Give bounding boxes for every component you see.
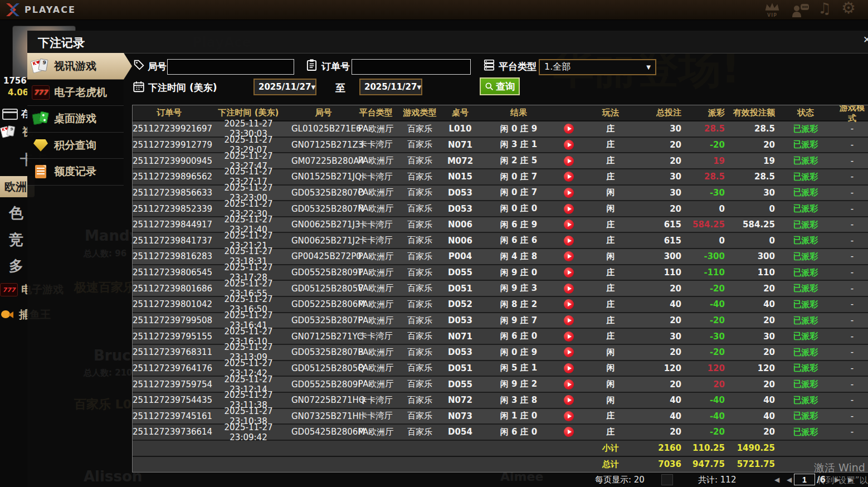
cell-round-number: GD05325B2807B <box>291 347 355 357</box>
cell-play-method: 闲 <box>577 203 644 214</box>
play-video-icon[interactable] <box>564 363 574 373</box>
cell-game-type: 百家乐 <box>396 124 443 134</box>
play-video-icon[interactable] <box>564 395 574 405</box>
cell-result: 闲 8 庄 2 <box>477 299 560 310</box>
cell-round-number: GD05325B2807F <box>291 315 355 325</box>
play-video-icon[interactable] <box>564 236 574 246</box>
cell-table-number: D051 <box>443 284 477 294</box>
cell-table-number: D055 <box>443 379 477 389</box>
date-from-picker[interactable]: 2025/11/27 ▼ <box>253 79 316 95</box>
playace-logo-icon <box>4 2 21 17</box>
date-to-picker[interactable]: 2025/11/27 ▼ <box>359 79 422 95</box>
play-video-icon[interactable] <box>564 427 574 437</box>
play-video-icon[interactable] <box>564 140 574 150</box>
cell-order-number: 251127239764176 <box>133 363 206 373</box>
tab-quota-records[interactable]: 额度记录 <box>27 159 124 186</box>
cell-table-number: P004 <box>443 251 477 261</box>
cell-valid-bet: 0 <box>725 204 775 214</box>
cell-status: 已派彩 <box>775 267 836 278</box>
cell-total-bet: 40 <box>644 411 681 421</box>
cell-result: 闲 0 庄 7 <box>477 187 560 198</box>
order-number-input[interactable] <box>352 59 471 75</box>
tab-table-games[interactable]: 桌面游戏 <box>27 106 124 133</box>
music-icon[interactable]: ♫ <box>818 0 831 17</box>
cell-order-number: 251127239844917 <box>133 220 206 230</box>
cell-payout: 120 <box>681 363 725 373</box>
cell-game-mode: - <box>836 251 868 261</box>
play-video-icon[interactable] <box>564 411 574 421</box>
balance-money: 4.06 <box>8 87 28 98</box>
tab-points-query[interactable]: 积分查询 <box>27 133 124 159</box>
cell-table-number: D053 <box>443 315 477 325</box>
cell-result: 闲 6 庄 0 <box>477 427 560 437</box>
cell-result: 闲 5 庄 1 <box>477 363 560 373</box>
order-number-label: 订单号 <box>321 60 350 73</box>
cell-game-type: 百家乐 <box>396 187 443 198</box>
platform-icon <box>483 59 495 71</box>
total-bet: 7036 <box>644 459 681 469</box>
cell-valid-bet: 20 <box>725 315 775 325</box>
clipboard-icon <box>306 59 318 71</box>
close-icon[interactable]: ✕ <box>863 34 868 45</box>
cell-valid-bet: 28.5 <box>725 124 775 134</box>
tab-slot-machines[interactable]: 777 电子老虎机 <box>27 80 124 106</box>
play-video-icon[interactable] <box>564 332 574 342</box>
cell-platform: 卡卡湾厅 <box>355 139 396 150</box>
cell-play-method: 闲 <box>577 363 644 373</box>
cell-game-type: 百家乐 <box>396 315 443 326</box>
platform-type-label: 平台类型 <box>499 60 537 73</box>
round-number-input[interactable] <box>167 59 294 75</box>
search-button[interactable]: 查询 <box>480 77 520 95</box>
cell-play-method: 庄 <box>577 427 644 437</box>
play-video-icon[interactable] <box>564 284 574 294</box>
play-video-icon[interactable] <box>564 299 574 309</box>
play-video-icon[interactable] <box>564 379 574 389</box>
chevron-down-icon: ▼ <box>311 84 315 90</box>
cell-game-type: 百家乐 <box>396 220 443 230</box>
cell-platform: PA欧洲厅 <box>355 315 396 326</box>
cell-order-number: 251127239912779 <box>133 140 206 150</box>
cell-result: 闲 0 庄 9 <box>477 124 560 134</box>
tab-video-games[interactable]: K♥9 视讯游戏 <box>27 53 132 80</box>
play-video-icon[interactable] <box>564 204 574 214</box>
first-page-button[interactable]: ◀ <box>774 476 779 484</box>
settings-gear-icon[interactable]: ⚙ <box>841 0 856 17</box>
play-video-icon[interactable] <box>564 315 574 325</box>
play-video-icon[interactable] <box>564 124 574 134</box>
cell-total-bet: 615 <box>644 236 681 246</box>
customer-service-icon[interactable] <box>791 3 810 20</box>
bet-records-table: 订单号 下注时间 (美东) 局号 平台类型 游戏类型 桌号 结果 玩法 总投注 … <box>132 105 868 473</box>
page-size-box[interactable] <box>661 474 673 485</box>
play-video-icon[interactable] <box>564 188 574 198</box>
play-video-icon[interactable] <box>564 172 574 182</box>
col-header: 下注时间 (美东) <box>206 108 291 118</box>
cell-platform: 卡卡湾厅 <box>355 395 396 406</box>
cell-platform: 卡卡湾厅 <box>355 220 396 230</box>
platform-type-select[interactable]: 1.全部 ▼ <box>539 59 656 75</box>
play-video-icon[interactable] <box>564 220 574 230</box>
cell-table-number: D053 <box>443 347 477 357</box>
cell-table-number: N006 <box>443 236 477 246</box>
play-video-icon[interactable] <box>564 347 574 357</box>
quota-doc-icon <box>32 163 50 180</box>
play-video-icon[interactable] <box>564 156 574 166</box>
cell-order-number: 251127239896562 <box>133 172 206 182</box>
cell-round-number: GN01525B271JQ <box>291 172 355 182</box>
cell-total-bet: 20 <box>644 156 681 166</box>
cell-valid-bet: 20 <box>725 284 775 294</box>
page-number-input[interactable] <box>794 474 815 485</box>
prev-page-button[interactable]: ◀ <box>787 476 792 484</box>
vip-crown-icon[interactable]: VIP <box>762 2 782 18</box>
col-header: 结果 <box>477 108 560 118</box>
cell-result: 闲 9 庄 7 <box>477 315 560 326</box>
cell-status: 已派彩 <box>775 187 836 198</box>
cell-game-mode: - <box>836 156 868 166</box>
play-video-icon[interactable] <box>564 251 574 261</box>
play-video-icon[interactable] <box>564 267 574 277</box>
cell-valid-bet: 40 <box>725 395 775 405</box>
cell-result: 闲 4 庄 8 <box>477 251 560 262</box>
bet-time-label: 下注时间 (美东) <box>148 81 217 94</box>
cell-status: 已派彩 <box>775 172 836 182</box>
cell-valid-bet: 20 <box>725 140 775 150</box>
chevron-down-icon: ▼ <box>417 84 421 90</box>
